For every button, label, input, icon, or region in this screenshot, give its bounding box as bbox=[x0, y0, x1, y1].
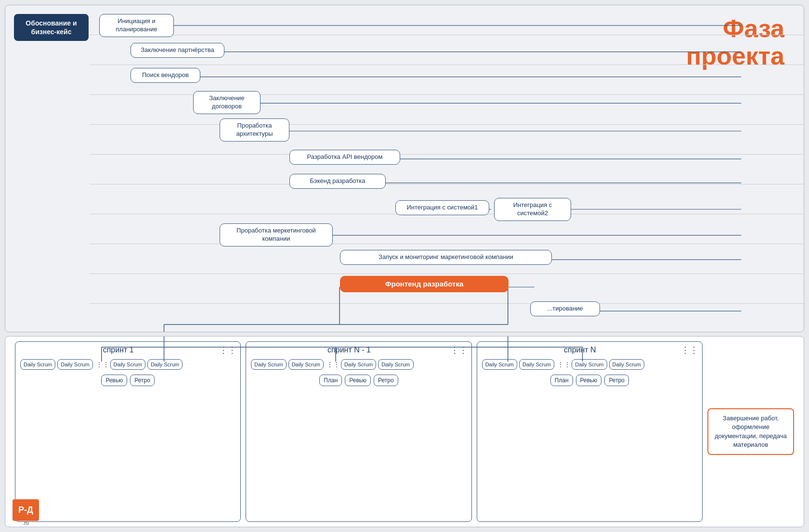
sprint-1-daily-row: Daily Scrum Daily Scrum ⋮⋮ Daily Scrum D… bbox=[19, 358, 236, 371]
task-integration2: Интеграция ссистемой2 bbox=[494, 198, 571, 221]
business-case-box: Обоснование и бизнес-кейс bbox=[14, 14, 89, 41]
sprint-n1-dots: ⋮⋮ bbox=[450, 345, 468, 355]
daily-scrum-n-4: Daily Scrum bbox=[609, 359, 644, 370]
gantt-row-8 bbox=[90, 214, 804, 244]
task-backend: Бэкенд разработка bbox=[289, 174, 386, 189]
sprint-n1-events: План Ревью Ретро bbox=[250, 374, 467, 387]
logo-sub: .ru bbox=[13, 520, 39, 526]
sprint-group-n1: спринт N - 1 ⋮⋮ Daily Scrum Daily Scrum … bbox=[246, 341, 471, 522]
task-integration1: Интеграция с системой1 bbox=[395, 200, 489, 215]
gantt-row-6 bbox=[90, 155, 804, 184]
task-testirovanie: ...тирование bbox=[530, 301, 600, 316]
task-api-vendor: Разработка API вендором bbox=[289, 150, 400, 165]
sprint-n1-dots2: ⋮⋮ bbox=[326, 361, 340, 368]
sprint-n-plan: План bbox=[550, 375, 573, 386]
sprint-1-header: спринт 1 ⋮⋮ bbox=[19, 345, 236, 355]
task-zakl-dogovorov: Заключениедоговоров bbox=[193, 91, 261, 114]
sprint-1-title: спринт 1 bbox=[19, 346, 217, 354]
task-poisk-vendorov: Поиск вендоров bbox=[130, 68, 200, 83]
sprint-n-retro: Ретро bbox=[604, 375, 629, 386]
task-marketing-prorab: Проработка меркетинговойкомпании bbox=[220, 223, 333, 247]
sprint-n-dots2: ⋮⋮ bbox=[557, 361, 571, 368]
sprint-n1-plan: План bbox=[319, 375, 342, 386]
sprint-n-daily-row: Daily Scrum Daily Scrum ⋮⋮ Daily Scrum D… bbox=[481, 358, 698, 371]
task-frontend: Фронтенд разработка bbox=[340, 276, 509, 292]
sprint-section: спринт 1 ⋮⋮ Daily Scrum Daily Scrum ⋮⋮ D… bbox=[5, 336, 804, 527]
gantt-section: Фаза проекта Обоснование и бизнес-кейс bbox=[5, 5, 804, 332]
sprint-n-header: спринт N ⋮⋮ bbox=[481, 345, 698, 355]
task-prorabotka-arch: Проработкаархитектуры bbox=[220, 118, 289, 142]
sprint-group-n: спринт N ⋮⋮ Daily Scrum Daily Scrum ⋮⋮ D… bbox=[477, 341, 703, 522]
sprint-1-dots: ⋮⋮ bbox=[219, 345, 236, 355]
sprint-n-dots: ⋮⋮ bbox=[681, 345, 698, 355]
gantt-row-5 bbox=[90, 125, 804, 155]
sprint-group-1: спринт 1 ⋮⋮ Daily Scrum Daily Scrum ⋮⋮ D… bbox=[15, 341, 241, 522]
sprint-n1-header: спринт N - 1 ⋮⋮ bbox=[250, 345, 467, 355]
sprint-n1-retro: Ретро bbox=[374, 375, 398, 386]
sprint-1-events: Ревью Ретро bbox=[19, 374, 236, 387]
task-iniciacia: Инициация ипланирование bbox=[99, 14, 174, 37]
sprint-n-review: Ревью bbox=[576, 375, 602, 386]
logo-text: Р-Д bbox=[18, 505, 33, 515]
task-zakl-partnerstva: Заключение партнёрства bbox=[130, 43, 224, 58]
daily-scrum-1-4: Daily Scrum bbox=[147, 359, 183, 370]
daily-scrum-n-3: Daily Scrum bbox=[572, 359, 607, 370]
daily-scrum-1-2: Daily Scrum bbox=[57, 359, 92, 370]
logo: Р-Д bbox=[13, 499, 39, 521]
sprint-n-title: спринт N bbox=[481, 346, 679, 354]
sprint-1-retro: Ретро bbox=[130, 375, 155, 386]
sprint-n1-title: спринт N - 1 bbox=[250, 346, 448, 354]
daily-scrum-n1-2: Daily Scrum bbox=[288, 359, 324, 370]
sprint-n1-review: Ревью bbox=[345, 375, 371, 386]
daily-scrum-1-1: Daily Scrum bbox=[20, 359, 55, 370]
completion-box: Завершение работ, оформление документаци… bbox=[707, 408, 794, 455]
daily-scrum-1-3: Daily Scrum bbox=[110, 359, 145, 370]
daily-scrum-n1-4: Daily Scrum bbox=[378, 359, 413, 370]
main-container: Фаза проекта Обоснование и бизнес-кейс bbox=[5, 5, 804, 527]
sprint-n1-daily-row: Daily Scrum Daily Scrum ⋮⋮ Daily Scrum D… bbox=[250, 358, 467, 371]
sprint-n-events: План Ревью Ретро bbox=[481, 374, 698, 387]
daily-scrum-n-1: Daily Scrum bbox=[482, 359, 517, 370]
gantt-row-1 bbox=[90, 5, 804, 35]
daily-scrum-n-2: Daily Scrum bbox=[519, 359, 554, 370]
sprint-1-dots2: ⋮⋮ bbox=[96, 361, 109, 368]
daily-scrum-n1-3: Daily Scrum bbox=[341, 359, 376, 370]
task-marketing-launch: Запуск и мониторинг маркетинговой компан… bbox=[340, 250, 552, 265]
sprint-1-review: Ревью bbox=[101, 375, 127, 386]
daily-scrum-n1-1: Daily Scrum bbox=[251, 359, 286, 370]
sprint-content: спринт 1 ⋮⋮ Daily Scrum Daily Scrum ⋮⋮ D… bbox=[5, 337, 804, 527]
